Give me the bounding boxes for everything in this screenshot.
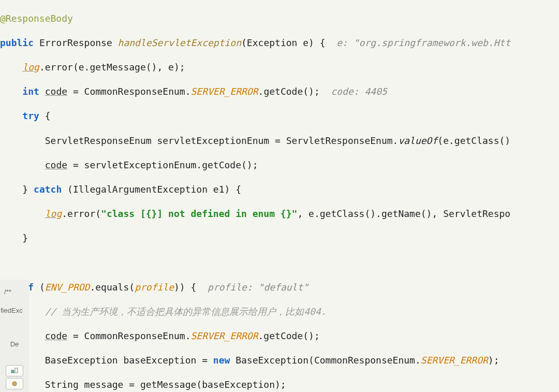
gutter-button-2[interactable] [6, 378, 23, 389]
code-line[interactable]: public ErrorResponse handleServletExcept… [0, 37, 559, 49]
code-editor[interactable]: @ResponseBody public ErrorResponse handl… [0, 0, 559, 392]
svg-rect-1 [15, 368, 18, 373]
inline-hint: profile: "default" [208, 282, 308, 293]
comment: // 当为生产环境，不适合把具体的异常信息展示给用户，比如404. [45, 306, 327, 317]
svg-rect-0 [11, 370, 14, 373]
code-line[interactable]: code = CommonResponseEnum.SERVER_ERROR.g… [0, 330, 559, 342]
code-line[interactable]: log.error("class [{}] not defined in enu… [0, 208, 559, 220]
code-line[interactable]: if (ENV_PROD.equals(profile)) { profile:… [0, 281, 559, 294]
gutter-button-1[interactable] [6, 365, 23, 376]
code-line[interactable]: ServletResponseEnum servletExceptionEnum… [0, 135, 559, 147]
left-gutter: /** fiedExc De [0, 280, 29, 392]
code-line[interactable]: @ResponseBody [0, 12, 559, 25]
code-line[interactable]: BaseException baseException = new BaseEx… [0, 354, 559, 367]
code-line[interactable]: code = servletExceptionEnum.getCode(); [0, 159, 559, 171]
svg-point-2 [12, 382, 17, 386]
gutter-fragment-2: fiedExc [0, 300, 29, 317]
bean-icon [11, 381, 18, 387]
gutter-fragment-1: /** [0, 280, 29, 300]
annotation: @ResponseBody [0, 13, 73, 24]
code-line[interactable]: } [0, 232, 559, 244]
inline-hint: e: "org.springframework.web.Htt [336, 37, 510, 48]
code-line[interactable]: try { [0, 110, 559, 122]
inline-hint: code: 4405 [331, 86, 387, 97]
gutter-fragment-3: De [0, 316, 29, 351]
code-line[interactable]: int code = CommonResponseEnum.SERVER_ERR… [0, 85, 559, 98]
code-line[interactable]: // 当为生产环境，不适合把具体的异常信息展示给用户，比如404. [0, 306, 559, 318]
code-line[interactable]: String message = getMessage(baseExceptio… [0, 379, 559, 391]
code-line[interactable] [0, 256, 559, 269]
code-line[interactable]: } catch (IllegalArgumentException e1) { [0, 183, 559, 196]
code-line[interactable]: log.error(e.getMessage(), e); [0, 61, 559, 74]
layout-icon [11, 368, 18, 374]
